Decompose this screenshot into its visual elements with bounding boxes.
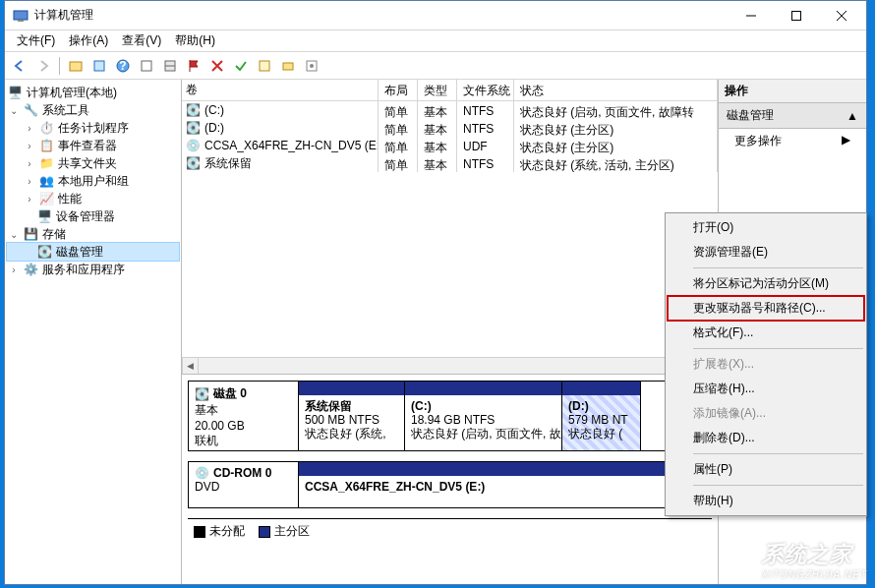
tree-task-scheduler[interactable]: 任务计划程序	[58, 120, 129, 137]
help-icon[interactable]: ?	[112, 55, 134, 77]
cm-properties[interactable]: 属性(P)	[668, 457, 864, 482]
collapse-icon[interactable]: ⌄	[9, 229, 19, 240]
tb-icon-1[interactable]	[65, 55, 87, 77]
tb-icon-5[interactable]	[254, 55, 275, 77]
legend-swatch-unallocated	[194, 526, 205, 538]
expand-icon[interactable]: ›	[9, 265, 19, 275]
legend: 未分配 主分区	[188, 518, 712, 544]
volume-name: (C:)	[204, 103, 224, 117]
tree-performance[interactable]: 性能	[58, 191, 82, 207]
tree-disk-mgmt[interactable]: 磁盘管理	[56, 244, 103, 261]
tb-icon-3[interactable]	[136, 55, 157, 77]
cm-format[interactable]: 格式化(F)...	[668, 321, 864, 345]
svg-rect-6	[70, 62, 82, 71]
cdrom-info[interactable]: 💿CD-ROM 0 DVD	[189, 462, 299, 507]
volume-name: (D:)	[204, 121, 224, 135]
close-button[interactable]	[819, 2, 864, 29]
disk-0-info[interactable]: 💽磁盘 0 基本 20.00 GB 联机	[189, 382, 299, 450]
tree-storage[interactable]: 存储	[42, 226, 66, 243]
cell-type: 基本	[418, 154, 457, 172]
cdrom-icon: 💿	[195, 466, 209, 480]
cell-status: 状态良好 (启动, 页面文件, 故障转	[514, 101, 718, 119]
horizontal-scrollbar[interactable]: ◀ ▶	[182, 357, 718, 374]
legend-swatch-primary	[259, 526, 270, 538]
expand-icon[interactable]: ›	[25, 141, 34, 151]
cdrom-partition[interactable]: CCSA_X64FRE_ZH-CN_DV5 (E:)	[299, 462, 711, 507]
forward-button[interactable]	[32, 55, 54, 77]
actions-more[interactable]: 更多操作▶	[719, 129, 866, 153]
tree-shared-folders[interactable]: 共享文件夹	[58, 155, 117, 172]
volume-row[interactable]: 💽系统保留简单基本NTFS状态良好 (系统, 活动, 主分区)	[182, 154, 718, 172]
maximize-button[interactable]	[774, 2, 819, 29]
volume-row[interactable]: 💽(C:)简单基本NTFS状态良好 (启动, 页面文件, 故障转	[182, 101, 718, 119]
partition-strip: 系统保留500 MB NTFS状态良好 (系统,(C:)18.94 GB NTF…	[299, 382, 711, 450]
cell-status: 状态良好 (主分区)	[514, 137, 718, 154]
tb-icon-6[interactable]	[277, 55, 299, 77]
menu-view[interactable]: 查看(V)	[116, 30, 167, 51]
legend-unallocated: 未分配	[209, 523, 245, 540]
flag-icon[interactable]	[183, 55, 204, 77]
expand-icon[interactable]: ›	[25, 176, 34, 187]
titlebar: 计算机管理	[5, 1, 866, 30]
col-layout[interactable]: 布局	[379, 80, 418, 100]
tb-icon-2[interactable]	[88, 55, 110, 77]
tb-icon-4[interactable]	[159, 55, 181, 77]
minimize-button[interactable]	[729, 2, 774, 29]
users-icon: 👥	[38, 173, 54, 189]
cm-mirror: 添加镜像(A)...	[668, 401, 864, 426]
disk-map-pane: 💽磁盘 0 基本 20.00 GB 联机 系统保留500 MB NTFS状态良好…	[182, 375, 718, 584]
partition[interactable]: 系统保留500 MB NTFS状态良好 (系统,	[299, 382, 405, 450]
back-button[interactable]	[9, 55, 30, 77]
cell-type: 基本	[418, 119, 457, 137]
collapse-icon[interactable]: ⌄	[9, 105, 19, 116]
volume-row[interactable]: 💽(D:)简单基本NTFS状态良好 (主分区)	[182, 119, 718, 137]
cm-help[interactable]: 帮助(H)	[668, 489, 864, 513]
app-icon	[13, 8, 29, 24]
col-volume[interactable]: 卷	[182, 80, 379, 100]
menu-file[interactable]: 文件(F)	[11, 30, 61, 51]
tree-device-manager[interactable]: 设备管理器	[56, 208, 115, 225]
svg-rect-13	[260, 61, 269, 71]
computer-icon: 🖥️	[7, 85, 23, 100]
disk0-size: 20.00 GB	[195, 419, 292, 433]
part-detail: 579 MB NT	[568, 413, 634, 427]
tree-event-viewer[interactable]: 事件查看器	[58, 138, 117, 154]
col-fs[interactable]: 文件系统	[457, 80, 514, 100]
delete-x-icon[interactable]	[206, 55, 228, 77]
col-status[interactable]: 状态	[514, 80, 718, 100]
partition[interactable]: (C:)18.94 GB NTFS状态良好 (启动, 页面文件, 故	[405, 382, 562, 450]
volume-row[interactable]: 💿CCSA_X64FRE_ZH-CN_DV5 (E:)简单基本UDF状态良好 (…	[182, 137, 718, 154]
svg-rect-10	[142, 61, 151, 71]
expand-icon[interactable]: ›	[25, 194, 34, 205]
scroll-left-icon[interactable]: ◀	[182, 358, 199, 374]
svg-rect-17	[729, 561, 736, 569]
tb-icon-7[interactable]	[301, 55, 322, 77]
tree-root[interactable]: 计算机管理(本地)	[27, 85, 117, 101]
volume-icon: 💽	[186, 103, 201, 117]
expand-icon[interactable]: ›	[25, 158, 34, 169]
check-icon[interactable]	[230, 55, 252, 77]
tree-local-users[interactable]: 本地用户和组	[58, 173, 129, 190]
cell-status: 状态良好 (主分区)	[514, 119, 718, 137]
disk-icon: 💽	[36, 244, 52, 260]
nav-tree[interactable]: 🖥️计算机管理(本地) ⌄🔧系统工具 ›⏱️任务计划程序 ›📋事件查看器 ›📁共…	[5, 80, 182, 584]
expand-icon[interactable]: ›	[25, 123, 34, 134]
menu-help[interactable]: 帮助(H)	[169, 30, 221, 51]
actions-section[interactable]: 磁盘管理▲	[719, 103, 866, 129]
partition[interactable]: (D:)579 MB NT状态良好 (	[562, 382, 641, 450]
volume-icon: 💽	[186, 121, 201, 135]
tree-services-apps[interactable]: 服务和应用程序	[42, 262, 125, 278]
cm-delete[interactable]: 删除卷(D)...	[668, 426, 864, 450]
tree-system-tools[interactable]: 系统工具	[42, 102, 89, 119]
cm-explorer[interactable]: 资源管理器(E)	[668, 240, 864, 265]
menu-action[interactable]: 操作(A)	[63, 30, 114, 51]
cdrom-kind: DVD	[195, 480, 292, 494]
svg-rect-3	[792, 11, 801, 20]
cm-open[interactable]: 打开(O)	[668, 215, 864, 240]
volume-list[interactable]: 卷 布局 类型 文件系统 状态 💽(C:)简单基本NTFS状态良好 (启动, 页…	[182, 80, 718, 375]
cm-change-letter[interactable]: 更改驱动器号和路径(C)...	[668, 296, 864, 321]
cm-mark-active[interactable]: 将分区标记为活动分区(M)	[668, 271, 864, 296]
cm-shrink[interactable]: 压缩卷(H)...	[668, 377, 864, 401]
col-type[interactable]: 类型	[418, 80, 457, 100]
chevron-right-icon: ▶	[842, 133, 850, 149]
